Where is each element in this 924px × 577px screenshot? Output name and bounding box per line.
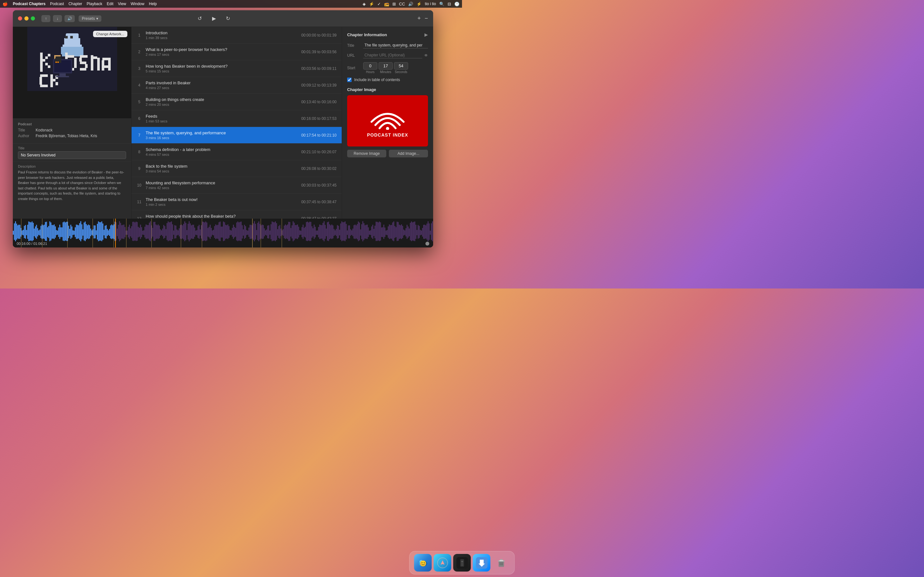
play-button[interactable]: ▶ <box>210 15 218 23</box>
remove-chapter-button[interactable]: − <box>425 15 428 22</box>
url-visibility-icon[interactable]: 👁 <box>424 53 428 58</box>
svg-rect-8 <box>43 59 45 61</box>
presets-button[interactable]: Presets ▾ <box>79 15 102 22</box>
menu-app-name[interactable]: Podcast Chapters <box>13 2 45 6</box>
chapter-row-11[interactable]: 11 The Beaker beta is out now! 1 min 2 s… <box>132 193 342 210</box>
chapter-image-preview: PODCAST INDEX <box>347 95 428 147</box>
podcast-icon[interactable]: 📻 <box>384 2 389 6</box>
start-label: Start <box>347 66 363 70</box>
menu-chapter[interactable]: Chapter <box>68 2 82 6</box>
artwork-area: Change Artwork... <box>13 27 131 118</box>
notification-icon[interactable]: 🕐 <box>454 2 459 6</box>
menu-help[interactable]: Help <box>149 2 157 6</box>
chapter-timerange: 00:17:54 to 00:21:10 <box>301 133 336 137</box>
chapter-timerange: 00:09:12 to 00:13:39 <box>301 83 336 87</box>
maximize-button[interactable] <box>31 16 35 21</box>
search-icon[interactable]: 🔍 <box>439 2 444 6</box>
change-artwork-button[interactable]: Change Artwork... <box>93 31 128 37</box>
chapter-row-2[interactable]: 2 What is a peer-to-peer browser for hac… <box>132 44 342 60</box>
waveform-canvas[interactable] <box>13 219 433 247</box>
panel-expand-icon[interactable]: ▶ <box>425 32 428 37</box>
chapter-duration: 1 min 53 secs <box>145 119 301 123</box>
svg-rect-39 <box>53 79 55 81</box>
chapter-number: 6 <box>136 116 143 121</box>
add-image-button[interactable]: Add Image... <box>389 150 428 157</box>
hours-group: Hours <box>363 62 377 74</box>
check-icon[interactable]: ✓ <box>377 2 381 6</box>
podcast-section-label: Podcast <box>18 122 126 126</box>
battery-icon[interactable]: ⚡ <box>417 2 422 6</box>
control-center-icon[interactable]: ⊟ <box>447 2 451 6</box>
minimize-button[interactable] <box>24 16 29 21</box>
close-button[interactable] <box>18 16 22 21</box>
chapter-timerange: 00:30:03 to 00:37:45 <box>301 183 336 187</box>
chapter-url-input[interactable] <box>363 52 422 58</box>
chapter-duration: 5 mins 15 secs <box>145 69 301 73</box>
svg-rect-27 <box>80 68 86 71</box>
hours-input[interactable] <box>363 62 377 69</box>
chapter-title-input[interactable] <box>363 42 428 48</box>
menu-view[interactable]: View <box>118 2 126 6</box>
remote-icon[interactable]: ⊞ <box>393 2 396 6</box>
titlebar-controls: ↑ ↓ 🔊 <box>41 15 75 22</box>
svg-rect-49 <box>57 61 59 63</box>
add-chapter-button[interactable]: + <box>417 15 421 22</box>
chapter-row-5[interactable]: 5 Building on things others create 2 min… <box>132 93 342 110</box>
menu-window[interactable]: Window <box>131 2 144 6</box>
speaker-button[interactable]: 🔊 <box>65 15 75 22</box>
playback-controls: ↺ ▶ ↻ <box>196 15 232 23</box>
remove-image-button[interactable]: Remove Image <box>347 150 386 157</box>
caption-icon[interactable]: CC <box>399 2 405 6</box>
chapter-row-8[interactable]: 8 Schema definition - a later problem 4 … <box>132 143 342 160</box>
dropbox-icon[interactable]: ◈ <box>363 2 366 6</box>
chapter-number: 11 <box>136 200 143 204</box>
podcast-index-image: PODCAST INDEX <box>347 95 428 147</box>
chapter-number: 5 <box>136 100 143 104</box>
chapter-timerange: 00:00:00 to 00:01:39 <box>301 33 336 37</box>
chapter-row-6[interactable]: 6 Feeds 1 min 53 secs 00:16:00 to 00:17:… <box>132 110 342 127</box>
menu-playback[interactable]: Playback <box>87 2 102 6</box>
chapter-duration: 3 mins 16 secs <box>145 136 301 140</box>
chapter-row-9[interactable]: 9 Back to the file system 3 mins 54 secs… <box>132 160 342 177</box>
description-section: Description Paul Frazee returns to discu… <box>13 162 131 219</box>
svg-rect-30 <box>97 58 100 71</box>
seconds-input[interactable] <box>394 62 408 69</box>
zapier-icon[interactable]: ⚡ <box>369 2 374 6</box>
rewind-button[interactable]: ↺ <box>196 15 204 23</box>
svg-rect-31 <box>102 58 109 60</box>
chapter-details: Introduction 1 min 39 secs <box>143 31 301 40</box>
chapter-timerange: 00:16:00 to 00:17:53 <box>301 116 336 121</box>
chapter-title-label: Title <box>347 43 363 48</box>
panel-title: Chapter Information <box>347 32 387 37</box>
minutes-label: Minutes <box>380 70 391 74</box>
waveform-container[interactable]: 00:16:00 / 01:06:21 <box>13 219 433 247</box>
chapter-row-12[interactable]: 12 How should people think about the Bea… <box>132 210 342 219</box>
chapter-title-text: Building on things others create <box>145 97 301 102</box>
episode-title-input[interactable] <box>18 151 126 159</box>
chapter-row-4[interactable]: 4 Parts involved in Beaker 4 mins 27 sec… <box>132 77 342 93</box>
share-out-button[interactable]: ↓ <box>53 15 62 22</box>
svg-rect-21 <box>74 58 77 68</box>
chapter-row-10[interactable]: 10 Mounting and filesystem performance 7… <box>132 177 342 193</box>
chapter-info-panel: Chapter Information ▶ Title URL 👁 Start <box>342 27 433 219</box>
chapter-row-3[interactable]: 3 How long has Beaker been in developmen… <box>132 60 342 77</box>
chapter-timerange: 00:26:08 to 00:30:02 <box>301 166 336 171</box>
menu-edit[interactable]: Edit <box>107 2 113 6</box>
chapter-row-1[interactable]: 1 Introduction 1 min 39 secs 00:00:00 to… <box>132 27 342 44</box>
content-area: Change Artwork... Podcast Title Kodsnack… <box>13 27 433 219</box>
sidebar: Change Artwork... Podcast Title Kodsnack… <box>13 27 132 219</box>
chapter-number: 12 <box>136 216 143 219</box>
share-in-button[interactable]: ↑ <box>41 15 50 22</box>
minutes-input[interactable] <box>379 62 393 69</box>
episode-title-label: Title <box>18 146 126 150</box>
include-toc-checkbox[interactable] <box>347 77 352 82</box>
chapter-duration: 2 mins 17 secs <box>145 53 301 56</box>
chapter-row-7[interactable]: 7 The file system, querying, and perform… <box>132 127 342 143</box>
svg-rect-48 <box>55 61 57 63</box>
volume-icon[interactable]: 🔊 <box>408 2 413 6</box>
apple-logo-icon[interactable]: 🍎 <box>3 2 8 6</box>
forward-button[interactable]: ↻ <box>224 15 232 23</box>
svg-rect-23 <box>80 55 87 58</box>
menu-podcast[interactable]: Podcast <box>50 2 64 6</box>
chapter-duration: 4 mins 57 secs <box>145 153 301 156</box>
